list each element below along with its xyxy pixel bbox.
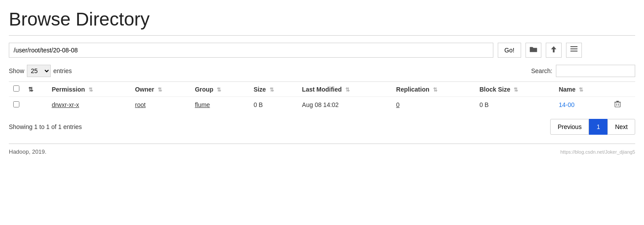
search-input[interactable]	[556, 65, 635, 77]
th-group[interactable]: Group ⇅	[190, 82, 249, 97]
show-entries: Show 10 25 50 100 entries	[9, 65, 72, 77]
row-permission: drwxr-xr-x	[47, 97, 130, 113]
path-input[interactable]	[9, 43, 493, 58]
footer-left-text: Hadoop, 2019.	[9, 148, 46, 155]
th-size-label: Size	[254, 86, 266, 93]
folder-icon	[529, 46, 537, 55]
block-size-sort-icon: ⇅	[514, 87, 518, 93]
row-name[interactable]: 14-00	[554, 97, 610, 113]
upload-button[interactable]	[546, 43, 562, 58]
next-button[interactable]: Next	[607, 119, 635, 135]
path-row: Go!	[9, 43, 635, 58]
permission-sort-icon: ⇅	[89, 87, 93, 93]
row-type-icon-cell	[24, 97, 47, 113]
entries-label: entries	[53, 67, 72, 74]
search-row: Search:	[531, 65, 635, 77]
previous-button[interactable]: Previous	[550, 119, 589, 135]
th-group-label: Group	[195, 86, 213, 93]
folder-button[interactable]	[526, 43, 541, 58]
row-block-size: 0 B	[475, 97, 554, 113]
th-replication[interactable]: Replication ⇅	[392, 82, 475, 97]
th-replication-label: Replication	[396, 86, 429, 93]
footer-right-text: https://blog.csdn.net/Joker_djiang5	[560, 149, 635, 155]
group-sort-icon: ⇅	[217, 87, 221, 93]
table-header-row: ⇅ Permission ⇅ Owner ⇅ Group ⇅ Size ⇅	[9, 82, 635, 97]
upload-icon	[550, 45, 557, 55]
delete-button[interactable]	[614, 100, 621, 109]
th-last-modified[interactable]: Last Modified ⇅	[298, 82, 392, 97]
th-name-label: Name	[559, 86, 575, 93]
svg-marker-0	[551, 46, 556, 52]
svg-rect-5	[616, 101, 619, 102]
page-1-button[interactable]: 1	[589, 119, 607, 135]
row-checkbox-cell	[9, 97, 24, 113]
th-owner[interactable]: Owner ⇅	[130, 82, 190, 97]
sort-arrows-icon: ⇅	[28, 86, 33, 93]
showing-text: Showing 1 to 1 of 1 entries	[9, 123, 82, 130]
replication-sort-icon: ⇅	[433, 87, 437, 93]
name-sort-icon: ⇅	[579, 87, 583, 93]
page-title: Browse Directory	[9, 9, 635, 30]
list-button[interactable]	[566, 43, 582, 58]
row-replication: 0	[392, 97, 475, 113]
th-size[interactable]: Size ⇅	[249, 82, 298, 97]
svg-rect-1	[570, 46, 577, 47]
th-permission[interactable]: Permission ⇅	[47, 82, 130, 97]
svg-rect-4	[615, 102, 620, 107]
row-owner: root	[130, 97, 190, 113]
th-sort[interactable]: ⇅	[24, 82, 47, 97]
th-owner-label: Owner	[135, 86, 154, 93]
last-modified-sort-icon: ⇅	[345, 87, 350, 93]
th-checkbox	[9, 82, 24, 97]
title-divider	[9, 35, 635, 36]
th-block-size[interactable]: Block Size ⇅	[475, 82, 554, 97]
th-last-modified-label: Last Modified	[302, 86, 342, 93]
go-button[interactable]: Go!	[498, 43, 521, 58]
entries-select[interactable]: 10 25 50 100	[27, 65, 51, 77]
row-group: flume	[190, 97, 249, 113]
th-actions	[610, 82, 635, 97]
footer-bar: Hadoop, 2019. https://blog.csdn.net/Joke…	[9, 144, 635, 155]
th-name[interactable]: Name ⇅	[554, 82, 610, 97]
row-size: 0 B	[249, 97, 298, 113]
pagination-controls: Previous 1 Next	[550, 119, 635, 135]
list-icon	[570, 46, 577, 54]
row-checkbox[interactable]	[13, 101, 19, 107]
controls-row: Show 10 25 50 100 entries Search:	[9, 65, 635, 77]
th-permission-label: Permission	[52, 86, 85, 93]
table-row: drwxr-xr-x root flume 0 B Aug 08 14:02 0…	[9, 97, 635, 113]
owner-sort-icon: ⇅	[158, 87, 162, 93]
svg-rect-3	[570, 51, 577, 52]
select-all-checkbox[interactable]	[13, 85, 19, 92]
row-last-modified: Aug 08 14:02	[298, 97, 392, 113]
data-table: ⇅ Permission ⇅ Owner ⇅ Group ⇅ Size ⇅	[9, 81, 635, 113]
search-label: Search:	[531, 67, 552, 74]
svg-rect-2	[570, 48, 577, 49]
th-block-size-label: Block Size	[479, 86, 510, 93]
row-name-link[interactable]: 14-00	[559, 101, 574, 108]
pagination-row: Showing 1 to 1 of 1 entries Previous 1 N…	[9, 119, 635, 135]
show-label: Show	[9, 67, 24, 74]
row-delete-cell	[610, 97, 635, 113]
size-sort-icon: ⇅	[270, 87, 274, 93]
